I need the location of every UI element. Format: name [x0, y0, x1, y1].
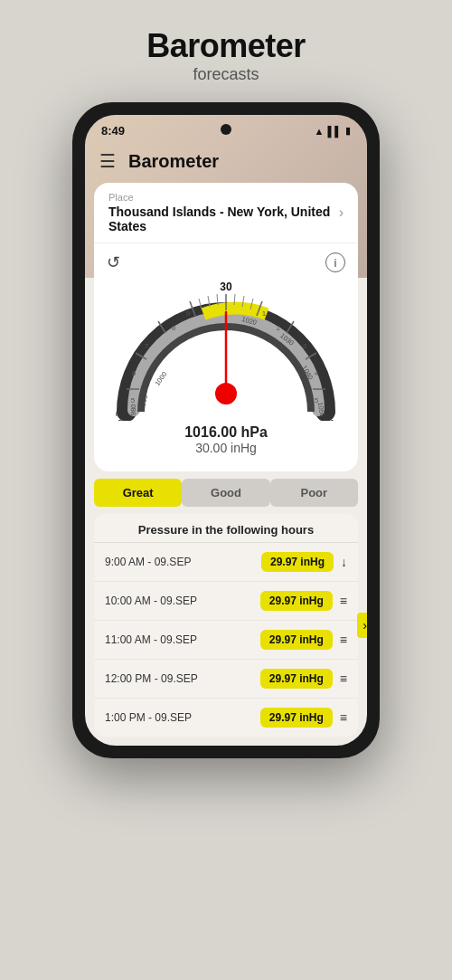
trend-icon-down: ↓ [341, 555, 347, 569]
signal-icon: ▌▌ [327, 126, 342, 137]
app-bar-title: Barometer [128, 151, 219, 172]
svg-text:1000: 1000 [153, 370, 168, 387]
phone-screen: 8:49 ▲ ▌▌ ▮ ☰ Barometer Place Thousand I… [85, 115, 367, 746]
forecast-right: 29.97 inHg ≡ [260, 591, 347, 611]
table-row: 1:00 PM - 09.SEP 29.97 inHg ≡ [94, 699, 358, 737]
forecast-section: Pressure in the following hours 9:00 AM … [94, 514, 358, 737]
chevron-right-icon: › [339, 205, 344, 221]
svg-text:inHg: inHg [116, 411, 129, 418]
table-row: 10:00 AM - 09.SEP 29.97 inHg ≡ [94, 582, 358, 621]
svg-text:8: 8 [172, 324, 176, 332]
gauge-section: ↺ i [94, 243, 358, 471]
trend-icon-equal: ≡ [340, 633, 347, 647]
svg-text:1: 1 [262, 309, 267, 318]
svg-text:3: 3 [303, 342, 307, 350]
forecast-time: 1:00 PM - 09.SEP [105, 711, 192, 724]
svg-text:5: 5 [131, 396, 136, 404]
refresh-icon[interactable]: ↺ [107, 252, 120, 272]
svg-text:30: 30 [220, 281, 232, 293]
tab-good[interactable]: Good [182, 479, 269, 507]
page-title: Barometer [146, 27, 306, 65]
svg-text:990: 990 [139, 394, 149, 406]
place-section[interactable]: Place Thousand Islands - New York, Unite… [94, 183, 358, 243]
svg-text:31: 31 [325, 418, 334, 421]
forecast-time: 9:00 AM - 09.SEP [105, 556, 191, 568]
svg-text:7: 7 [145, 342, 149, 350]
forecast-time: 10:00 AM - 09.SEP [105, 595, 197, 607]
info-icon[interactable]: i [325, 252, 345, 272]
trend-icon-equal: ≡ [340, 594, 347, 608]
gauge-hpa: 1016.00 hPa [103, 424, 349, 441]
phone-shell: 8:49 ▲ ▌▌ ▮ ☰ Barometer Place Thousand I… [72, 102, 380, 758]
svg-text:2: 2 [277, 324, 281, 332]
gauge-inhg: 30.00 inHg [103, 441, 349, 455]
forecast-right: 29.97 inHg ≡ [260, 669, 347, 689]
trend-icon-equal: ≡ [340, 671, 347, 686]
trend-icon-equal: ≡ [340, 710, 347, 725]
page-subtitle: forecasts [146, 65, 306, 84]
tab-poor[interactable]: Poor [270, 479, 358, 507]
svg-text:29: 29 [118, 418, 127, 421]
gauge-readings: 1016.00 hPa 30.00 inHg [103, 421, 349, 466]
forecast-time: 11:00 AM - 09.SEP [105, 633, 197, 646]
camera-notch [221, 124, 231, 135]
battery-icon: ▮ [345, 125, 351, 137]
status-bar: 8:49 ▲ ▌▌ ▮ [85, 115, 367, 143]
forecast-right: 29.97 inHg ≡ [260, 708, 347, 728]
svg-text:9: 9 [186, 309, 191, 318]
forecast-badge: 29.97 inHg [260, 708, 333, 728]
tab-great[interactable]: Great [94, 479, 182, 507]
tab-row: Great Good Poor [94, 479, 358, 507]
forecast-right: 29.97 inHg ≡ [260, 630, 347, 650]
forecast-title: Pressure in the following hours [94, 514, 358, 543]
svg-point-38 [215, 383, 237, 404]
status-time: 8:49 [101, 124, 125, 138]
gauge-container: 30 8 9 7 6 5 1 2 3 4 5 1000 1010 [103, 276, 349, 421]
forecast-time: 12:00 PM - 09.SEP [105, 672, 198, 685]
app-bar: ☰ Barometer [85, 143, 367, 183]
page-header: Barometer forecasts [146, 27, 306, 84]
forecast-wrapper: Pressure in the following hours 9:00 AM … [85, 514, 367, 737]
table-row: 9:00 AM - 09.SEP 29.97 inHg ↓ [94, 543, 358, 582]
place-label: Place [108, 192, 339, 203]
status-icons: ▲ ▌▌ ▮ [315, 125, 351, 137]
main-card: Place Thousand Islands - New York, Unite… [94, 183, 358, 471]
barometer-gauge: 30 8 9 7 6 5 1 2 3 4 5 1000 1010 [108, 276, 344, 421]
expand-arrow[interactable]: › [357, 613, 367, 638]
forecast-badge: 29.97 inHg [260, 669, 333, 689]
place-info: Place Thousand Islands - New York, Unite… [108, 192, 339, 233]
table-row: 12:00 PM - 09.SEP 29.97 inHg ≡ [94, 660, 358, 699]
forecast-badge: 29.97 inHg [260, 591, 333, 611]
gauge-controls: ↺ i [103, 252, 349, 272]
place-name: Thousand Islands - New York, United Stat… [108, 205, 339, 233]
forecast-badge: 29.97 inHg [261, 552, 334, 572]
forecast-right: 29.97 inHg ↓ [261, 552, 347, 572]
wifi-icon: ▲ [315, 126, 325, 137]
forecast-badge: 29.97 inHg [260, 630, 333, 650]
table-row: 11:00 AM - 09.SEP 29.97 inHg ≡ [94, 621, 358, 660]
menu-icon[interactable]: ☰ [99, 150, 116, 172]
svg-text:6: 6 [132, 369, 137, 377]
svg-text:980: 980 [129, 404, 137, 416]
